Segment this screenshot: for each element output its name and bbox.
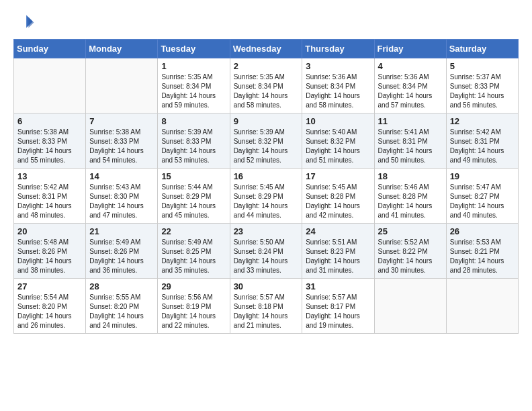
- calendar-cell: 3Sunrise: 5:36 AMSunset: 8:34 PMDaylight…: [302, 58, 374, 113]
- calendar-week-row: 13Sunrise: 5:42 AMSunset: 8:31 PMDayligh…: [14, 169, 519, 224]
- day-info: Sunrise: 5:38 AMSunset: 8:33 PMDaylight:…: [89, 128, 154, 165]
- calendar-cell: 29Sunrise: 5:56 AMSunset: 8:19 PMDayligh…: [158, 279, 230, 334]
- calendar-cell: 13Sunrise: 5:42 AMSunset: 8:31 PMDayligh…: [14, 169, 86, 224]
- day-info: Sunrise: 5:54 AMSunset: 8:20 PMDaylight:…: [17, 293, 82, 330]
- day-info: Sunrise: 5:35 AMSunset: 8:34 PMDaylight:…: [161, 73, 226, 110]
- day-info: Sunrise: 5:39 AMSunset: 8:32 PMDaylight:…: [234, 128, 299, 165]
- calendar-cell: 11Sunrise: 5:41 AMSunset: 8:31 PMDayligh…: [374, 113, 446, 169]
- calendar-cell: 15Sunrise: 5:44 AMSunset: 8:29 PMDayligh…: [158, 169, 230, 224]
- calendar-cell: 21Sunrise: 5:49 AMSunset: 8:26 PMDayligh…: [86, 224, 158, 279]
- calendar-cell: 4Sunrise: 5:36 AMSunset: 8:34 PMDaylight…: [374, 58, 446, 113]
- calendar-week-row: 1Sunrise: 5:35 AMSunset: 8:34 PMDaylight…: [14, 58, 519, 113]
- day-number: 30: [234, 281, 299, 291]
- day-number: 3: [306, 61, 370, 71]
- calendar-header-row: SundayMondayTuesdayWednesdayThursdayFrid…: [14, 40, 519, 58]
- day-number: 8: [161, 116, 226, 126]
- day-info: Sunrise: 5:39 AMSunset: 8:33 PMDaylight:…: [161, 128, 226, 165]
- calendar-cell: 23Sunrise: 5:50 AMSunset: 8:24 PMDayligh…: [230, 224, 302, 279]
- day-number: 31: [306, 281, 370, 291]
- day-info: Sunrise: 5:36 AMSunset: 8:34 PMDaylight:…: [378, 73, 443, 110]
- day-info: Sunrise: 5:43 AMSunset: 8:30 PMDaylight:…: [89, 183, 154, 220]
- calendar-cell: 6Sunrise: 5:38 AMSunset: 8:33 PMDaylight…: [14, 113, 86, 169]
- logo: [13, 11, 38, 32]
- day-number: 24: [306, 226, 370, 236]
- day-number: 17: [306, 171, 370, 181]
- day-number: 19: [450, 171, 515, 181]
- svg-marker-1: [28, 17, 34, 28]
- day-number: 28: [89, 281, 154, 291]
- calendar-week-row: 6Sunrise: 5:38 AMSunset: 8:33 PMDaylight…: [14, 113, 519, 169]
- calendar-cell: 14Sunrise: 5:43 AMSunset: 8:30 PMDayligh…: [86, 169, 158, 224]
- calendar-week-row: 20Sunrise: 5:48 AMSunset: 8:26 PMDayligh…: [14, 224, 519, 279]
- calendar-week-row: 27Sunrise: 5:54 AMSunset: 8:20 PMDayligh…: [14, 279, 519, 334]
- calendar-cell: 16Sunrise: 5:45 AMSunset: 8:29 PMDayligh…: [230, 169, 302, 224]
- day-number: 12: [450, 116, 515, 126]
- calendar-cell: 12Sunrise: 5:42 AMSunset: 8:31 PMDayligh…: [446, 113, 518, 169]
- day-info: Sunrise: 5:52 AMSunset: 8:22 PMDaylight:…: [378, 238, 443, 275]
- day-info: Sunrise: 5:38 AMSunset: 8:33 PMDaylight:…: [17, 128, 82, 165]
- day-info: Sunrise: 5:50 AMSunset: 8:24 PMDaylight:…: [234, 238, 299, 275]
- weekday-header: Sunday: [14, 40, 86, 58]
- calendar-cell: [374, 279, 446, 334]
- day-info: Sunrise: 5:42 AMSunset: 8:31 PMDaylight:…: [17, 183, 82, 220]
- day-number: 18: [378, 171, 443, 181]
- calendar-cell: 1Sunrise: 5:35 AMSunset: 8:34 PMDaylight…: [158, 58, 230, 113]
- day-number: 14: [89, 171, 154, 181]
- day-number: 15: [161, 171, 226, 181]
- day-info: Sunrise: 5:49 AMSunset: 8:26 PMDaylight:…: [89, 238, 154, 275]
- calendar-cell: 18Sunrise: 5:46 AMSunset: 8:28 PMDayligh…: [374, 169, 446, 224]
- calendar-cell: 8Sunrise: 5:39 AMSunset: 8:33 PMDaylight…: [158, 113, 230, 169]
- day-info: Sunrise: 5:36 AMSunset: 8:34 PMDaylight:…: [306, 73, 370, 110]
- weekday-header: Thursday: [302, 40, 374, 58]
- day-info: Sunrise: 5:56 AMSunset: 8:19 PMDaylight:…: [161, 293, 226, 330]
- day-info: Sunrise: 5:46 AMSunset: 8:28 PMDaylight:…: [378, 183, 443, 220]
- day-number: 7: [89, 116, 154, 126]
- day-info: Sunrise: 5:42 AMSunset: 8:31 PMDaylight:…: [450, 128, 515, 165]
- calendar-cell: 25Sunrise: 5:52 AMSunset: 8:22 PMDayligh…: [374, 224, 446, 279]
- day-info: Sunrise: 5:57 AMSunset: 8:18 PMDaylight:…: [234, 293, 299, 330]
- day-info: Sunrise: 5:37 AMSunset: 8:33 PMDaylight:…: [450, 73, 515, 110]
- calendar-cell: [86, 58, 158, 113]
- calendar-cell: 5Sunrise: 5:37 AMSunset: 8:33 PMDaylight…: [446, 58, 518, 113]
- calendar-cell: 10Sunrise: 5:40 AMSunset: 8:32 PMDayligh…: [302, 113, 374, 169]
- calendar-cell: 2Sunrise: 5:35 AMSunset: 8:34 PMDaylight…: [230, 58, 302, 113]
- day-info: Sunrise: 5:40 AMSunset: 8:32 PMDaylight:…: [306, 128, 370, 165]
- day-info: Sunrise: 5:48 AMSunset: 8:26 PMDaylight:…: [17, 238, 82, 275]
- day-number: 10: [306, 116, 370, 126]
- day-number: 27: [17, 281, 82, 291]
- day-info: Sunrise: 5:41 AMSunset: 8:31 PMDaylight:…: [378, 128, 443, 165]
- calendar-table: SundayMondayTuesdayWednesdayThursdayFrid…: [13, 39, 519, 334]
- calendar-cell: 31Sunrise: 5:57 AMSunset: 8:17 PMDayligh…: [302, 279, 374, 334]
- calendar-cell: 26Sunrise: 5:53 AMSunset: 8:21 PMDayligh…: [446, 224, 518, 279]
- weekday-header: Monday: [86, 40, 158, 58]
- day-info: Sunrise: 5:35 AMSunset: 8:34 PMDaylight:…: [234, 73, 299, 110]
- day-number: 2: [234, 61, 299, 71]
- calendar-cell: 19Sunrise: 5:47 AMSunset: 8:27 PMDayligh…: [446, 169, 518, 224]
- calendar-cell: 17Sunrise: 5:45 AMSunset: 8:28 PMDayligh…: [302, 169, 374, 224]
- day-number: 29: [161, 281, 226, 291]
- day-number: 1: [161, 61, 226, 71]
- calendar-cell: 22Sunrise: 5:49 AMSunset: 8:25 PMDayligh…: [158, 224, 230, 279]
- day-number: 26: [450, 226, 515, 236]
- day-number: 9: [234, 116, 299, 126]
- logo-icon: [13, 11, 35, 32]
- calendar-cell: 30Sunrise: 5:57 AMSunset: 8:18 PMDayligh…: [230, 279, 302, 334]
- day-number: 11: [378, 116, 443, 126]
- page: SundayMondayTuesdayWednesdayThursdayFrid…: [0, 0, 532, 340]
- calendar-cell: 28Sunrise: 5:55 AMSunset: 8:20 PMDayligh…: [86, 279, 158, 334]
- day-number: 13: [17, 171, 82, 181]
- day-info: Sunrise: 5:49 AMSunset: 8:25 PMDaylight:…: [161, 238, 226, 275]
- calendar-cell: 7Sunrise: 5:38 AMSunset: 8:33 PMDaylight…: [86, 113, 158, 169]
- day-number: 25: [378, 226, 443, 236]
- day-info: Sunrise: 5:51 AMSunset: 8:23 PMDaylight:…: [306, 238, 370, 275]
- weekday-header: Tuesday: [158, 40, 230, 58]
- header: [13, 11, 519, 32]
- day-info: Sunrise: 5:55 AMSunset: 8:20 PMDaylight:…: [89, 293, 154, 330]
- weekday-header: Friday: [374, 40, 446, 58]
- calendar-cell: [14, 58, 86, 113]
- calendar-cell: 27Sunrise: 5:54 AMSunset: 8:20 PMDayligh…: [14, 279, 86, 334]
- weekday-header: Wednesday: [230, 40, 302, 58]
- calendar-cell: 9Sunrise: 5:39 AMSunset: 8:32 PMDaylight…: [230, 113, 302, 169]
- day-number: 21: [89, 226, 154, 236]
- day-info: Sunrise: 5:45 AMSunset: 8:29 PMDaylight:…: [234, 183, 299, 220]
